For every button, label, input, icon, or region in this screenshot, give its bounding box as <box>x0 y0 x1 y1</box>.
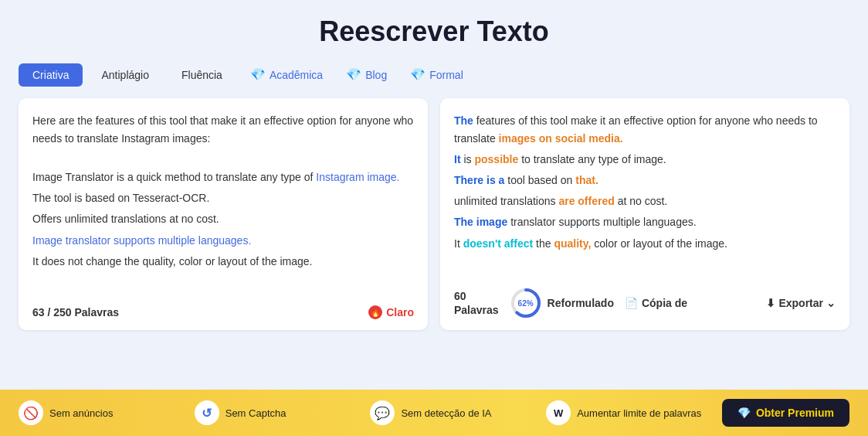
left-line-6: It does not change the quality, color or… <box>32 253 414 271</box>
reformulado-badge: 62% Reformulado <box>510 287 614 319</box>
left-word-count: 63 / 250 Palavras <box>32 306 119 318</box>
diamond-icon-blog: 💎 <box>346 67 361 82</box>
page-title: Reescrever Texto <box>19 15 849 48</box>
no-captcha-icon: ↺ <box>195 400 219 425</box>
tab-formal[interactable]: 💎 Formal <box>401 62 473 87</box>
left-panel-content: Here are the features of this tool that … <box>32 112 414 295</box>
right-line-2: It is possible to translate any type of … <box>454 151 836 169</box>
right-word-count: 60 Palavras <box>454 289 499 317</box>
tabs-bar: Criativa Antiplágio Fluência 💎 Acadêmica… <box>19 62 849 87</box>
claro-button[interactable]: 🔥 Claro <box>368 305 414 319</box>
bottom-item-no-captcha: ↺ Sem Captcha <box>195 400 371 425</box>
right-line-6: It doesn't affect the quality, color or … <box>454 235 836 253</box>
gem-icon: 💎 <box>737 407 751 419</box>
tab-academica[interactable]: 💎 Acadêmica <box>241 62 332 87</box>
tab-blog[interactable]: 💎 Blog <box>337 62 396 87</box>
right-panel-content: The features of this tool make it an eff… <box>454 112 836 276</box>
diamond-icon-formal: 💎 <box>410 67 426 82</box>
right-line-4: unlimited translations are offered at no… <box>454 192 836 210</box>
bottom-item-increase-words: W Aumentar limite de palavras <box>546 400 722 425</box>
exportar-button[interactable]: ⬇ Exportar ⌄ <box>766 297 836 309</box>
right-line-5: The image translator supports multiple l… <box>454 213 836 231</box>
tab-fluencia[interactable]: Fluência <box>168 63 236 87</box>
progress-circle: 62% <box>510 287 542 319</box>
download-icon: ⬇ <box>766 297 775 309</box>
no-ai-icon: 💬 <box>370 400 395 425</box>
left-line-5: Image translator supports multiple langu… <box>32 232 414 250</box>
chevron-down-icon: ⌄ <box>826 297 836 309</box>
bottom-bar: 🚫 Sem anúncios ↺ Sem Captcha 💬 Sem detec… <box>0 390 868 436</box>
premium-button[interactable]: 💎 Obter Premium <box>722 399 849 427</box>
tab-antiplagио[interactable]: Antiplágio <box>87 63 163 87</box>
panels: Here are the features of this tool that … <box>19 98 849 330</box>
copia-button[interactable]: 📄 Cópia de <box>625 297 687 309</box>
bottom-item-no-ads: 🚫 Sem anúncios <box>19 400 195 425</box>
right-line-1: The features of this tool make it an eff… <box>454 112 836 148</box>
left-panel-footer: 63 / 250 Palavras 🔥 Claro <box>32 305 414 319</box>
main-area: Reescrever Texto Criativa Antiplágio Flu… <box>0 0 868 390</box>
tab-criativa[interactable]: Criativa <box>19 63 83 87</box>
left-line-4: Offers unlimited translations at no cost… <box>32 210 414 228</box>
no-ads-icon: 🚫 <box>19 400 43 425</box>
diamond-icon-academica: 💎 <box>250 67 266 82</box>
right-panel: The features of this tool make it an eff… <box>440 98 849 330</box>
left-line-2: Image Translator is a quick method to tr… <box>32 169 414 186</box>
increase-words-icon: W <box>546 400 571 425</box>
copy-icon: 📄 <box>625 297 638 309</box>
left-line-1: Here are the features of this tool that … <box>32 112 414 148</box>
left-panel: Here are the features of this tool that … <box>19 98 428 330</box>
right-line-3: There is a tool based on that. <box>454 172 836 189</box>
left-line-3: The tool is based on Tesseract-OCR. <box>32 189 414 207</box>
claro-icon: 🔥 <box>368 305 382 319</box>
bottom-item-no-ai: 💬 Sem detecção de IA <box>370 400 546 425</box>
right-panel-footer: 60 Palavras 62% Reformulado 📄 Cóp <box>454 287 836 319</box>
